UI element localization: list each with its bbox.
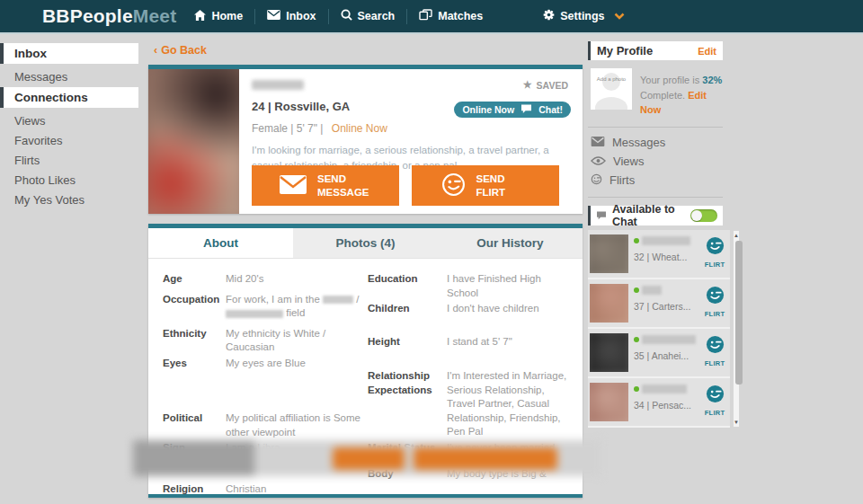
member-photo-blurred xyxy=(590,333,628,372)
profile-name-blurred xyxy=(252,80,304,90)
app-logo[interactable]: BBPeopleMeet xyxy=(42,5,176,27)
member-age-location: 34 | Pensac... xyxy=(634,400,696,411)
saved-badge[interactable]: ★ SAVED xyxy=(523,79,568,91)
member-age-location: 37 | Carters... xyxy=(634,301,696,312)
stat-views[interactable]: Views xyxy=(591,155,723,168)
about-row-eyes: Eyes My eyes are Blue xyxy=(163,357,368,371)
right-sidebar: My Profile Edit Add a photo Your profile… xyxy=(588,41,723,428)
send-message-label: SEND MESSAGE xyxy=(317,172,371,199)
sidebar-item-my-yes-votes[interactable]: My Yes Votes xyxy=(0,190,144,209)
blur-orange-blob xyxy=(414,447,557,470)
profile-gender-height: Female | 5' 7" | xyxy=(252,122,323,135)
profile-completion: Add a photo Your profile is 32% Complete… xyxy=(591,68,723,118)
tab-photos[interactable]: Photos (4) xyxy=(293,228,438,258)
sidebar-item-messages[interactable]: Messages xyxy=(0,67,144,86)
sidebar-item-views[interactable]: Views xyxy=(0,111,144,130)
top-navbar: BBPeopleMeet Home Inbox Search Matches S… xyxy=(0,0,863,34)
scrollbar-thumb[interactable] xyxy=(735,241,743,385)
sidebar-item-favorites[interactable]: Favorites xyxy=(0,131,144,150)
member-photo-blurred xyxy=(590,284,628,323)
online-dot-icon xyxy=(634,287,639,293)
avatar-body-shape xyxy=(595,97,627,110)
list-item[interactable]: 35 | Anahei... FLIRT xyxy=(588,329,730,378)
about-row-children: Children I don't have children xyxy=(368,302,575,316)
logo-secondary: Meet xyxy=(133,5,177,26)
chat-bubble-icon xyxy=(520,104,532,116)
sidebar-item-connections[interactable]: Connections xyxy=(0,87,138,108)
send-flirt-label: SEND FLIRT xyxy=(476,172,530,199)
member-photo-blurred xyxy=(590,234,628,273)
nav-matches[interactable]: Matches xyxy=(419,9,483,23)
about-label: Children xyxy=(368,302,447,316)
left-sidebar: Inbox Messages Connections Views Favorit… xyxy=(0,32,144,504)
back-chevron-icon: ‹ xyxy=(154,44,157,57)
flirt-button[interactable]: FLIRT xyxy=(701,234,728,278)
nav-matches-label: Matches xyxy=(438,10,483,22)
available-to-chat-toggle[interactable] xyxy=(690,209,717,222)
gear-icon xyxy=(543,9,555,23)
flirt-label: FLIRT xyxy=(701,261,728,269)
nav-settings[interactable]: Settings xyxy=(543,9,624,23)
about-value: My political affiliation is Some other v… xyxy=(226,411,368,439)
stat-views-label: Views xyxy=(613,155,644,168)
flirt-button[interactable]: FLIRT xyxy=(701,333,728,376)
nav-inbox[interactable]: Inbox xyxy=(267,10,316,22)
profile-actions: SEND MESSAGE SEND FLIRT xyxy=(252,165,559,206)
edit-profile-link[interactable]: Edit xyxy=(698,46,716,57)
star-icon: ★ xyxy=(523,79,532,91)
about-value: I stand at 5' 7" xyxy=(447,335,575,349)
chat-badge-label: Chat! xyxy=(538,104,563,115)
list-item[interactable]: 32 | Wheat... FLIRT xyxy=(588,230,730,279)
add-photo-label: Add a photo xyxy=(591,76,632,83)
sidebar-item-flirts[interactable]: Flirts xyxy=(0,151,144,170)
list-item[interactable]: 34 | Pensac... FLIRT xyxy=(588,378,730,428)
about-row-ethnicity: Ethnicity My ethnicity is White / Caucas… xyxy=(163,327,368,355)
go-back-link[interactable]: ‹ Go Back xyxy=(154,44,583,57)
tab-our-history[interactable]: Our History xyxy=(438,228,583,258)
completion-prefix: Your profile is xyxy=(640,75,699,85)
completion-percent: 32% xyxy=(702,75,722,85)
member-name-blurred xyxy=(642,286,662,295)
chat-list: 32 | Wheat... FLIRT 37 | Carters... xyxy=(588,230,730,428)
about-label: Relationship Expectations xyxy=(368,369,447,439)
nav-home[interactable]: Home xyxy=(194,10,243,23)
flirt-button[interactable]: FLIRT xyxy=(701,383,728,426)
search-icon xyxy=(341,9,352,23)
about-label: Height xyxy=(368,335,447,349)
toggle-knob xyxy=(691,210,702,221)
profile-photo-blurred[interactable] xyxy=(148,69,239,214)
nav-divider xyxy=(254,9,255,24)
member-photo-blurred xyxy=(590,383,628,421)
stat-messages-label: Messages xyxy=(612,136,665,149)
nav-search[interactable]: Search xyxy=(341,9,396,23)
about-label: Education xyxy=(368,272,447,300)
about-row-religion: Religion Christian xyxy=(163,482,368,497)
online-chat-badge[interactable]: Online Now Chat! xyxy=(454,102,571,118)
scroll-up-icon[interactable]: ▲ xyxy=(734,231,739,240)
send-flirt-button[interactable]: SEND FLIRT xyxy=(412,165,559,206)
wink-smiley-icon xyxy=(591,173,602,188)
nav-home-label: Home xyxy=(211,10,243,22)
profile-header-card: 24 | Rossville, GA Female | 5' 7" | Onli… xyxy=(148,65,583,214)
avatar-placeholder[interactable]: Add a photo xyxy=(591,68,632,110)
stat-messages[interactable]: Messages xyxy=(591,136,723,149)
flirt-button[interactable]: FLIRT xyxy=(701,284,728,327)
sidebar-item-photo-likes[interactable]: Photo Likes xyxy=(0,171,144,190)
nav-divider xyxy=(406,9,407,24)
send-message-button[interactable]: SEND MESSAGE xyxy=(252,165,399,206)
about-value: Christian xyxy=(226,482,368,497)
chat-scrollbar[interactable]: ▲ ▼ xyxy=(733,230,740,428)
sidebar-item-inbox[interactable]: Inbox xyxy=(0,43,138,64)
about-row-occupation: Occupation For work, I am in the / field xyxy=(163,293,368,321)
about-row-education: Education I have Finished High School xyxy=(368,272,575,300)
wink-smiley-icon xyxy=(706,243,725,258)
divider xyxy=(588,197,723,198)
tab-about[interactable]: About xyxy=(148,228,293,258)
blur-orange-blob xyxy=(333,447,405,470)
scroll-down-icon[interactable]: ▼ xyxy=(734,418,739,427)
list-item[interactable]: 37 | Carters... FLIRT xyxy=(588,279,730,329)
about-label: Eyes xyxy=(163,357,226,371)
stat-flirts[interactable]: Flirts xyxy=(591,173,723,188)
member-info: 37 | Carters... xyxy=(634,284,696,327)
envelope-icon xyxy=(267,10,280,22)
